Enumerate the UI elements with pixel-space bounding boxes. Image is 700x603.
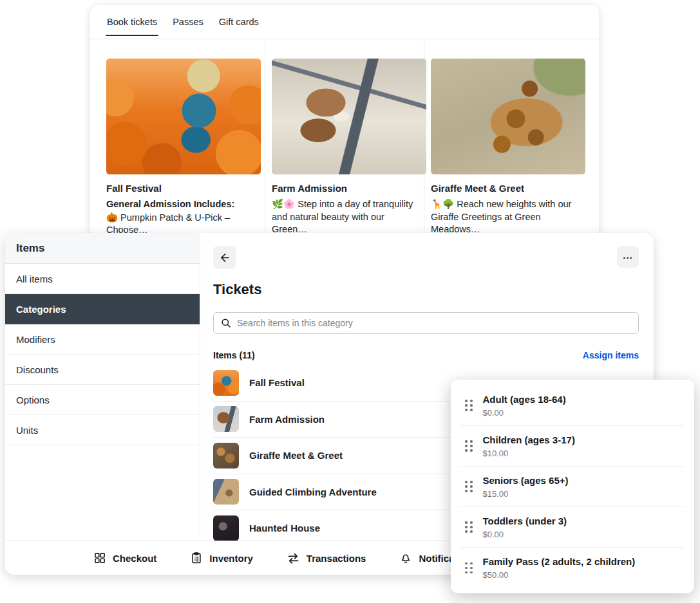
- sidebar-title: Items: [5, 233, 200, 264]
- card-fall-festival[interactable]: Fall Festival General Admission Includes…: [106, 39, 265, 238]
- sidebar-item-units[interactable]: Units: [5, 415, 200, 445]
- variation-price: $15.00: [483, 489, 569, 499]
- card-subtitle: General Admission Includes:: [106, 198, 258, 211]
- ticket-card-grid: Fall Festival General Admission Includes…: [90, 39, 599, 238]
- ticket-variations-panel: Adult (ages 18-64) $0.00 Children (ages …: [451, 380, 694, 593]
- variation-name: Adult (ages 18-64): [483, 394, 566, 405]
- card-description: 🦒🌳 Reach new heights with our Giraffe Gr…: [431, 198, 577, 236]
- nav-label: Checkout: [113, 553, 156, 564]
- tab-passes[interactable]: Passes: [173, 5, 203, 39]
- sidebar-item-all-items[interactable]: All items: [5, 264, 200, 294]
- card-giraffe-meet-greet[interactable]: Giraffe Meet & Greet 🦒🌳 Reach new height…: [424, 39, 583, 238]
- variation-price: $50.00: [483, 570, 636, 580]
- card-description: 🌿🌸 Step into a day of tranquility and na…: [272, 198, 417, 236]
- item-thumbnail: [213, 370, 239, 396]
- variation-price: $0.00: [483, 408, 566, 418]
- drag-handle-icon[interactable]: [465, 521, 473, 533]
- booking-window: Book tickets Passes Gift cards Fall Fest…: [90, 5, 599, 238]
- drag-handle-icon[interactable]: [465, 481, 473, 492]
- nav-inventory[interactable]: Inventory: [190, 552, 253, 564]
- canvas: { "colors": { "accent_blue": "#005ae0", …: [0, 0, 700, 603]
- search-input[interactable]: [237, 318, 631, 328]
- item-thumbnail: [213, 443, 239, 468]
- variation-name: Family Pass (2 adults, 2 children): [483, 556, 636, 568]
- sidebar-item-options[interactable]: Options: [5, 385, 200, 415]
- item-label: Farm Admission: [249, 414, 325, 425]
- giraffe-closeup-photo: [431, 59, 585, 174]
- goat-at-fence-photo: [272, 59, 426, 174]
- variation-name: Seniors (ages 65+): [483, 475, 569, 487]
- item-label: Guided Climbing Adventure: [249, 487, 377, 497]
- card-title: Farm Admission: [272, 183, 417, 194]
- variation-row-seniors[interactable]: Seniors (ages 65+) $15.00: [460, 467, 684, 507]
- item-label: Giraffe Meet & Greet: [249, 450, 343, 461]
- variation-price: $10.00: [483, 449, 575, 458]
- variation-row-children[interactable]: Children (ages 3-17) $10.00: [460, 426, 684, 467]
- sidebar-item-discounts[interactable]: Discounts: [5, 355, 200, 385]
- item-thumbnail: [213, 515, 239, 541]
- drag-handle-icon[interactable]: [465, 562, 473, 574]
- search-icon: [221, 318, 231, 328]
- items-sidebar: Items All items Categories Modifiers Dis…: [5, 233, 200, 541]
- tab-gift-cards[interactable]: Gift cards: [219, 5, 259, 39]
- item-label: Haunted House: [249, 523, 320, 533]
- arrow-left-icon: [219, 252, 231, 264]
- variation-row-adult[interactable]: Adult (ages 18-64) $0.00: [460, 385, 684, 426]
- booking-tab-bar: Book tickets Passes Gift cards: [90, 5, 599, 39]
- transfer-arrows-icon: [287, 552, 300, 565]
- nav-label: Inventory: [209, 553, 253, 564]
- variation-row-toddlers[interactable]: Toddlers (under 3) $0.00: [460, 507, 684, 548]
- card-title: Giraffe Meet & Greet: [431, 183, 577, 194]
- nav-checkout[interactable]: Checkout: [93, 552, 156, 564]
- drag-handle-icon[interactable]: [465, 440, 473, 452]
- sidebar-item-modifiers[interactable]: Modifiers: [5, 324, 200, 355]
- variation-name: Children (ages 3-17): [483, 434, 575, 446]
- grid-icon: [93, 552, 106, 564]
- nav-transactions[interactable]: Transactions: [287, 552, 366, 565]
- drag-handle-icon[interactable]: [465, 400, 473, 411]
- bell-icon: [399, 552, 412, 564]
- variation-row-family-pass[interactable]: Family Pass (2 adults, 2 children) $50.0…: [460, 548, 684, 588]
- back-button[interactable]: [213, 246, 236, 269]
- items-count-label: Items (11): [213, 350, 255, 360]
- sidebar-item-categories[interactable]: Categories: [5, 294, 200, 324]
- nav-label: Transactions: [307, 553, 366, 564]
- tab-book-tickets[interactable]: Book tickets: [107, 5, 157, 39]
- item-thumbnail: [213, 479, 239, 505]
- more-actions-button[interactable]: ...: [617, 246, 639, 268]
- search-box: [213, 312, 639, 334]
- item-label: Fall Festival: [249, 377, 305, 388]
- ellipsis-icon: ...: [623, 250, 633, 261]
- clipboard-icon: [190, 552, 203, 564]
- pumpkin-patch-girl-photo: [106, 59, 261, 174]
- card-farm-admission[interactable]: Farm Admission 🌿🌸 Step into a day of tra…: [265, 39, 424, 238]
- item-thumbnail: [213, 406, 239, 432]
- assign-items-link[interactable]: Assign items: [583, 350, 639, 360]
- variation-price: $0.00: [483, 530, 567, 539]
- variation-name: Toddlers (under 3): [483, 515, 567, 527]
- card-title: Fall Festival: [106, 183, 258, 194]
- page-title: Tickets: [213, 281, 639, 298]
